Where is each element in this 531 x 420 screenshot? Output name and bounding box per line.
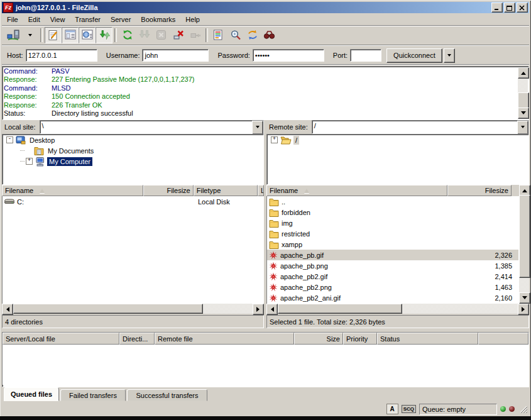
close-button[interactable] — [517, 3, 528, 13]
remote-file-row[interactable]: apache_pb2.gif2,414 — [267, 271, 518, 282]
menu-file[interactable]: File — [2, 15, 23, 24]
remote-site-combobox[interactable]: / — [312, 120, 529, 134]
scroll-right-button[interactable] — [253, 304, 264, 315]
toggle-remote-tree-button[interactable] — [79, 27, 96, 43]
remote-vscrollbar[interactable] — [519, 185, 529, 304]
file-name: apache_pb2_ani.gif — [280, 294, 341, 302]
local-tree-item[interactable]: +My Computer — [3, 156, 263, 167]
find-files-button[interactable] — [261, 27, 278, 43]
disconnect-button[interactable] — [170, 27, 187, 43]
maximize-button[interactable] — [504, 3, 515, 13]
remote-file-row[interactable]: img — [267, 218, 518, 228]
scrollbar-thumb[interactable] — [13, 304, 203, 314]
menu-help[interactable]: Help — [180, 15, 205, 24]
scrollbar-thumb[interactable] — [519, 195, 530, 278]
menu-bookmarks[interactable]: Bookmarks — [136, 15, 180, 24]
quickconnect-dropdown-button[interactable] — [444, 48, 455, 63]
transfer-type-indicator-icon[interactable]: A — [386, 404, 398, 414]
column-header-label: Filename — [5, 187, 33, 194]
column-header-filesize[interactable]: Filesize — [143, 185, 193, 196]
site-manager-button[interactable] — [4, 27, 21, 43]
menu-view[interactable]: View — [45, 15, 70, 24]
resize-grip[interactable] — [519, 405, 527, 413]
tree-item-label: Desktop — [28, 136, 57, 145]
remote-file-row[interactable]: apache_pb2.png1,463 — [267, 282, 518, 292]
speed-limit-indicator-icon[interactable]: SCQ — [402, 405, 416, 413]
scroll-left-button[interactable] — [266, 304, 278, 315]
file-size-cell: 2,160 — [452, 294, 518, 302]
scroll-right-button[interactable] — [518, 304, 529, 315]
scroll-left-button[interactable] — [2, 304, 13, 315]
refresh-button[interactable] — [119, 27, 136, 43]
column-header-status[interactable]: Status — [377, 333, 478, 345]
column-header-filetype[interactable]: Filetype — [194, 185, 258, 196]
password-input[interactable] — [253, 49, 324, 62]
scroll-up-button[interactable] — [518, 67, 529, 79]
remote-site-dropdown-button[interactable] — [517, 121, 528, 135]
column-header-directi[interactable]: Directi... — [119, 333, 155, 345]
local-file-row[interactable]: C:Local Disk — [3, 196, 263, 207]
local-hscrollbar[interactable] — [2, 304, 264, 314]
scroll-down-button[interactable] — [519, 292, 530, 304]
remote-file-row[interactable]: forbidden — [267, 207, 518, 218]
expand-toggle[interactable]: + — [26, 158, 33, 165]
scrollbar-thumb[interactable] — [278, 304, 402, 314]
remote-file-row[interactable]: .. — [267, 196, 518, 207]
scroll-down-button[interactable] — [518, 108, 529, 119]
directory-comparison-button[interactable] — [227, 27, 244, 43]
remote-file-row[interactable]: apache_pb.gif2,326 — [267, 250, 518, 260]
column-header-priority[interactable]: Priority — [343, 333, 377, 345]
menu-edit[interactable]: Edit — [23, 15, 45, 24]
column-header-filename[interactable]: Filename — [2, 185, 143, 196]
toggle-log-view-button[interactable] — [45, 27, 62, 43]
remote-file-row[interactable]: apache_pb.png1,385 — [267, 260, 518, 271]
tab-queued-files[interactable]: Queued files — [4, 387, 59, 401]
folder-icon — [269, 240, 279, 249]
toggle-local-tree-button[interactable] — [62, 27, 79, 43]
maximize-icon — [506, 5, 513, 11]
minimize-button[interactable] — [491, 3, 503, 13]
column-header-size[interactable]: Size — [294, 333, 343, 345]
column-header-label: Priority — [346, 335, 368, 343]
port-input[interactable] — [350, 49, 381, 62]
log-line-text: 227 Entering Passive Mode (127,0,0,1,17,… — [52, 75, 194, 84]
local-site-dropdown-button[interactable] — [252, 121, 263, 135]
remote-file-row[interactable]: apache_pb2_ani.gif2,160 — [267, 292, 518, 303]
local-tree-item[interactable]: My Documents — [3, 145, 263, 156]
local-site-combobox[interactable]: \ — [40, 120, 264, 134]
tab-successful-transfers[interactable]: Successful transfers — [127, 389, 207, 401]
synchronized-browsing-button[interactable] — [244, 27, 261, 43]
sort-ascending-icon — [40, 189, 45, 193]
column-header-filler[interactable] — [478, 333, 528, 345]
column-header-server-local-file[interactable]: Server/Local file — [3, 333, 119, 345]
local-tree-item[interactable]: -Desktop — [3, 135, 263, 145]
image-file-icon — [269, 262, 278, 270]
log-scrollbar[interactable] — [518, 67, 528, 119]
image-file-icon — [269, 251, 278, 260]
remote-file-row[interactable]: restricted — [267, 228, 518, 239]
scrollbar-thumb[interactable] — [518, 92, 529, 109]
column-header-filename[interactable]: Filename — [266, 185, 447, 196]
arrow-left-icon — [4, 307, 9, 312]
toggle-log-view-icon — [48, 30, 59, 41]
filter-button[interactable] — [210, 27, 227, 43]
column-header-l[interactable]: L — [258, 185, 264, 196]
toggle-queue-view-button[interactable] — [96, 27, 112, 43]
tab-failed-transfers[interactable]: Failed transfers — [60, 389, 126, 401]
site-manager-dropdown-button[interactable] — [21, 27, 38, 43]
expand-toggle[interactable]: + — [271, 136, 278, 143]
menu-server[interactable]: Server — [106, 15, 136, 24]
sort-ascending-icon — [304, 189, 309, 193]
column-header-filesize[interactable]: Filesize — [447, 185, 512, 196]
remote-file-row[interactable]: xampp — [267, 239, 518, 250]
remote-tree-item[interactable]: +/ — [267, 135, 528, 145]
quickconnect-button[interactable]: Quickconnect — [386, 48, 442, 63]
collapse-toggle[interactable]: - — [6, 136, 13, 143]
title-bar[interactable]: Fz john@127.0.0.1 - FileZilla — [2, 2, 529, 13]
remote-hscrollbar[interactable] — [266, 304, 529, 314]
queue-body[interactable] — [3, 345, 528, 385]
username-input[interactable] — [142, 49, 209, 62]
column-header-remote-file[interactable]: Remote file — [155, 333, 294, 345]
host-input[interactable] — [26, 49, 97, 62]
menu-transfer[interactable]: Transfer — [70, 15, 106, 24]
